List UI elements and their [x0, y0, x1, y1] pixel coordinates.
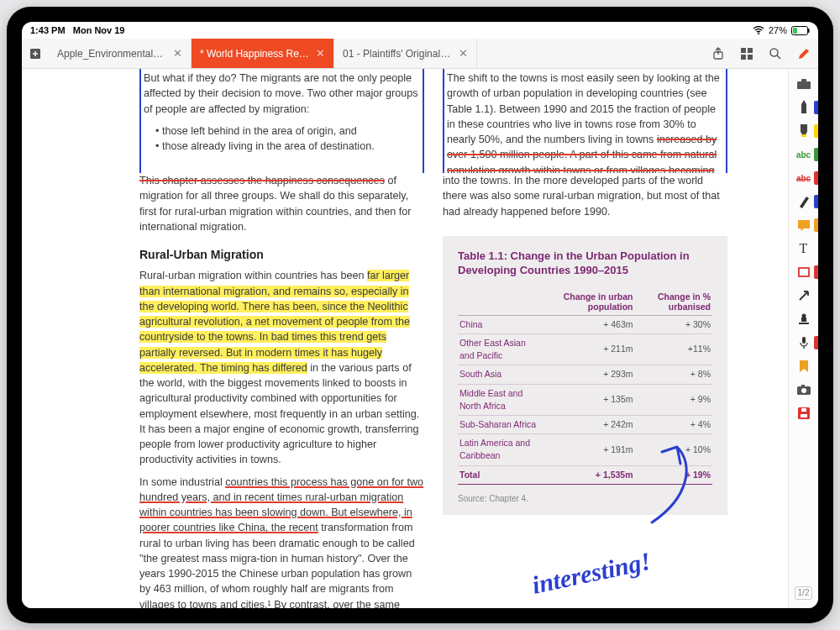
note-tool[interactable]	[792, 215, 816, 235]
page: But what if they do? The migrants are no…	[139, 69, 727, 608]
tool-sidebar: abc abc T 1/2	[788, 69, 818, 608]
save-tool[interactable]	[792, 403, 816, 423]
toolbox-icon[interactable]	[792, 74, 816, 94]
tab-label: 01 - Plaintiffs' Original P...	[343, 48, 452, 60]
paragraph: This chapter assesses the happiness cons…	[139, 173, 424, 234]
table-title: Table 1.1: Change in the Urban Populatio…	[458, 249, 712, 278]
close-icon[interactable]: ✕	[173, 47, 182, 60]
data-table: Change in urban population Change in % u…	[458, 288, 712, 485]
pen-tool[interactable]	[792, 97, 816, 118]
table-header	[458, 288, 544, 316]
paragraph: Rural-urban migration within countries h…	[139, 268, 424, 467]
svg-rect-15	[799, 268, 809, 276]
table-row: South Asia+ 293m+ 8%	[458, 365, 712, 384]
table-row: Other East Asian and Pacific+ 211m+11%	[458, 333, 712, 365]
svg-rect-12	[801, 79, 806, 82]
table-inset: Table 1.1: Change in the Urban Populatio…	[443, 236, 727, 516]
page-indicator[interactable]: 1/2	[795, 586, 813, 600]
paragraph: into the towns. In the more developed pa…	[443, 173, 727, 219]
svg-rect-6	[741, 48, 746, 53]
search-button[interactable]	[761, 39, 790, 68]
svg-rect-19	[802, 337, 806, 344]
battery-percent: 27%	[769, 25, 787, 35]
blue-box-annotation-right: The shift to the towns is most easily se…	[443, 69, 727, 173]
section-heading: Rural-Urban Migration	[139, 246, 424, 263]
svg-rect-3	[793, 28, 797, 34]
table-header: Change in urban population	[544, 288, 635, 316]
svg-rect-25	[801, 408, 806, 412]
new-tab-button[interactable]	[22, 39, 49, 68]
text-highlight-tool[interactable]: abc	[792, 144, 816, 165]
camera-tool[interactable]	[792, 380, 816, 400]
screen: 1:43 PM Mon Nov 19 27% Apple_Environment…	[22, 22, 818, 608]
svg-rect-14	[798, 220, 810, 228]
paragraph: In some industrial countries this proces…	[139, 475, 424, 608]
svg-rect-22	[801, 385, 805, 387]
ipad-frame: 1:43 PM Mon Nov 19 27% Apple_Environment…	[7, 7, 833, 623]
table-row: Latin America and Caribbean+ 191m+ 10%	[458, 434, 712, 465]
status-time: 1:43 PM	[30, 25, 66, 35]
close-icon[interactable]: ✕	[459, 47, 468, 60]
strikethrough-text: This chapter assesses the happiness cons…	[139, 175, 385, 186]
table-row: China+ 463m+ 30%	[458, 315, 712, 333]
ink-pen-tool[interactable]	[792, 192, 816, 212]
tab-strip: Apple_Environmental_R... ✕ * World Happi…	[22, 39, 818, 69]
paragraph: The shift to the towns is most easily se…	[447, 71, 723, 173]
wifi-icon	[753, 26, 764, 34]
stamp-tool[interactable]	[792, 309, 816, 329]
highlighter-tool[interactable]	[792, 121, 816, 141]
svg-point-18	[801, 314, 806, 318]
table-row-total: Total+ 1,535m+ 19%	[458, 465, 712, 484]
edit-pencil-button[interactable]	[790, 39, 818, 68]
blue-box-annotation-left: But what if they do? The migrants are no…	[139, 69, 424, 173]
highlight-text: far larger than international migration,…	[139, 270, 410, 374]
battery-icon	[791, 26, 810, 35]
svg-rect-13	[801, 134, 806, 137]
audio-tool[interactable]	[792, 333, 816, 353]
status-left: 1:43 PM Mon Nov 19	[30, 25, 124, 35]
svg-point-21	[801, 388, 806, 393]
tab-2[interactable]: 01 - Plaintiffs' Original P... ✕	[334, 39, 477, 68]
svg-point-0	[758, 33, 759, 34]
status-bar: 1:43 PM Mon Nov 19 27%	[22, 22, 818, 39]
tab-label: * World Happiness Repo...	[200, 48, 309, 60]
arrow-tool[interactable]	[792, 286, 816, 306]
svg-rect-16	[799, 323, 809, 324]
table-header: Change in % urbanised	[635, 288, 713, 316]
rectangle-tool[interactable]	[792, 262, 816, 282]
workspace: But what if they do? The migrants are no…	[22, 69, 818, 608]
tab-label: Apple_Environmental_R...	[57, 48, 166, 60]
list-item: those left behind in the area of origin,…	[155, 123, 420, 139]
svg-rect-2	[808, 29, 810, 33]
table-row: Sub-Saharan Africa+ 242m+ 4%	[458, 415, 712, 433]
strikethrough-tool[interactable]: abc	[792, 168, 816, 188]
tab-1[interactable]: * World Happiness Repo... ✕	[192, 39, 334, 68]
svg-rect-11	[797, 81, 811, 89]
table-source: Source: Chapter 4.	[458, 493, 712, 506]
status-right: 27%	[753, 25, 810, 35]
bookmark-tool[interactable]	[792, 356, 816, 376]
share-button[interactable]	[704, 39, 732, 68]
tab-0[interactable]: Apple_Environmental_R... ✕	[49, 39, 192, 68]
grid-view-button[interactable]	[732, 39, 761, 68]
list-item: those already living in the area of dest…	[155, 139, 420, 154]
text-tool[interactable]: T	[792, 239, 816, 259]
close-icon[interactable]: ✕	[316, 47, 325, 60]
paragraph: But what if they do? The migrants are no…	[144, 71, 420, 117]
svg-rect-8	[741, 55, 746, 60]
svg-rect-9	[748, 55, 753, 60]
status-date: Mon Nov 19	[73, 25, 125, 35]
svg-rect-24	[801, 414, 807, 417]
table-row: Middle East and North Africa+ 135m+ 9%	[458, 384, 712, 415]
column-left: But what if they do? The migrants are no…	[139, 69, 424, 608]
svg-rect-7	[748, 48, 753, 53]
column-right: The shift to the towns is most easily se…	[443, 69, 727, 608]
svg-point-10	[770, 49, 778, 56]
document-viewport[interactable]: But what if they do? The migrants are no…	[22, 69, 788, 608]
svg-rect-17	[801, 318, 806, 322]
